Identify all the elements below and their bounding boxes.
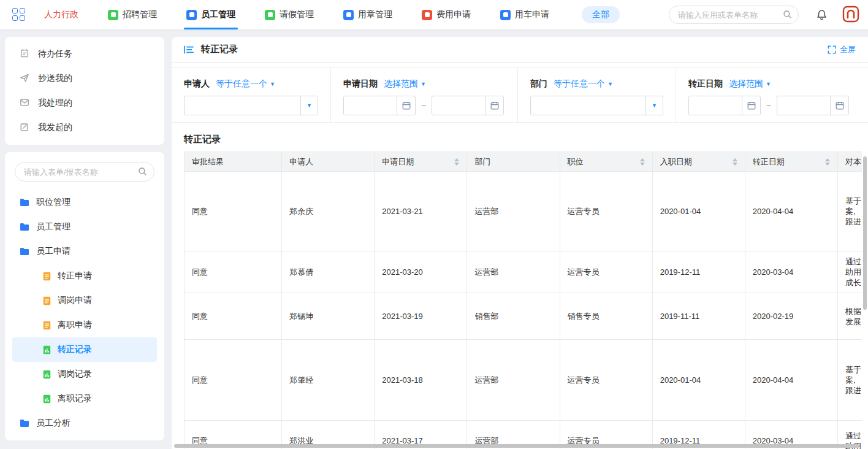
employee-app-icon <box>186 10 197 20</box>
cell-regular-date: 2020-02-19 <box>745 293 837 340</box>
cell-note: 根据 发展 <box>837 293 862 340</box>
sort-icon[interactable] <box>640 158 645 166</box>
calendar-icon[interactable] <box>485 96 503 115</box>
nav-item-hr-admin[interactable]: 人力行政 <box>44 0 78 29</box>
vehicle-app-icon <box>500 10 511 20</box>
filter-applicant: 申请人 等于任意一个 ▼ ▼ <box>172 68 331 122</box>
cell-applicant: 郑慕倩 <box>282 251 375 293</box>
filter-condition-dropdown[interactable]: 选择范围 ▼ <box>384 79 426 90</box>
table-row: 同意 郑肇经 2021-03-18 运营部 运营专员 2020-01-04 20… <box>185 340 862 421</box>
sidebar-item-cc-to-me[interactable]: 抄送我的 <box>5 66 164 91</box>
tree-item-label: 调岗申请 <box>58 295 92 306</box>
cell-apply-date: 2021-03-18 <box>375 340 467 421</box>
sidebar-item-todo-tasks[interactable]: 待办任务 <box>5 42 164 66</box>
col-regular-date[interactable]: 转正日期 <box>745 152 837 172</box>
cell-department: 销售部 <box>467 293 560 340</box>
nav-item-leave-mgmt[interactable]: 请假管理 <box>265 0 314 29</box>
sidebar-item-resignation-apply[interactable]: 离职申请 <box>12 313 157 337</box>
sidebar-item-employee-mgmt[interactable]: 员工管理 <box>12 215 157 239</box>
top-nav: 人力行政 招聘管理 员工管理 请假管理 用章管理 费用申请 用车申请 全部 <box>0 0 868 29</box>
col-apply-date[interactable]: 申请日期 <box>375 152 467 172</box>
form-icon <box>43 272 51 281</box>
col-position[interactable]: 职位 <box>560 152 652 172</box>
sort-icon[interactable] <box>454 158 459 166</box>
tree-item-label: 职位管理 <box>36 197 70 208</box>
cell-apply-date: 2021-03-19 <box>375 293 467 340</box>
calendar-icon[interactable] <box>742 96 760 115</box>
filter-condition-dropdown[interactable]: 等于任意一个 ▼ <box>216 79 275 90</box>
nav-item-employee-mgmt[interactable]: 员工管理 <box>186 0 235 29</box>
sidebar-item-transfer-records[interactable]: 调岗记录 <box>12 362 157 386</box>
edit-icon <box>20 122 29 134</box>
chevron-down-icon: ▼ <box>766 81 771 87</box>
table-row: 同意 郑余庆 2021-03-21 运营部 运营专员 2020-01-04 20… <box>185 172 862 251</box>
filter-bar: 申请人 等于任意一个 ▼ ▼ 申请日期 选择范围 ▼ <box>172 67 868 123</box>
cell-apply-date: 2021-03-21 <box>375 172 467 251</box>
cell-position: 销售专员 <box>560 293 652 340</box>
menu-collapse-icon[interactable] <box>184 45 194 54</box>
col-approval-result: 审批结果 <box>185 152 282 172</box>
search-icon[interactable] <box>783 10 792 21</box>
sort-icon[interactable] <box>733 158 737 166</box>
form-search-input[interactable] <box>15 162 154 182</box>
tree-item-label: 员工申请 <box>36 246 70 257</box>
cell-entry-date: 2020-01-04 <box>652 172 745 251</box>
sidebar-item-employee-apply[interactable]: 员工申请 <box>12 239 157 264</box>
sidebar-item-employee-analysis[interactable]: 员工分析 <box>12 411 157 436</box>
nav-item-recruitment[interactable]: 招聘管理 <box>108 0 157 29</box>
search-icon[interactable] <box>138 167 147 178</box>
sidebar-item-resignation-records[interactable]: 离职记录 <box>12 386 157 411</box>
apply-date-end-input[interactable] <box>432 96 485 115</box>
nav-item-vehicle[interactable]: 用车申请 <box>500 0 549 29</box>
nav-item-seal-mgmt[interactable]: 用章管理 <box>343 0 392 29</box>
seal-app-icon <box>343 10 354 20</box>
sidebar-item-transfer-apply[interactable]: 调岗申请 <box>12 288 157 313</box>
tree-item-label: 离职记录 <box>58 393 92 404</box>
regular-date-start-input[interactable] <box>689 96 742 115</box>
department-select[interactable]: ▼ <box>530 96 663 115</box>
fullscreen-icon <box>828 45 836 54</box>
vertical-scrollbar[interactable] <box>863 156 867 310</box>
range-separator: ~ <box>766 101 771 110</box>
sidebar-item-position-mgmt[interactable]: 职位管理 <box>12 190 157 215</box>
filter-condition-dropdown[interactable]: 选择范围 ▼ <box>729 79 771 90</box>
folder-icon <box>20 419 29 428</box>
chevron-down-icon[interactable]: ▼ <box>300 96 318 115</box>
filter-apply-date: 申请日期 选择范围 ▼ ~ <box>331 68 518 122</box>
calendar-icon[interactable] <box>830 96 848 115</box>
app-search-input[interactable] <box>669 6 799 24</box>
horizontal-scrollbar[interactable] <box>174 444 859 448</box>
cell-note: 基于 案, 跟进 <box>837 340 862 421</box>
cell-approval: 同意 <box>185 251 282 293</box>
chevron-down-icon[interactable]: ▼ <box>645 96 663 115</box>
app-launcher-icon[interactable] <box>12 8 26 21</box>
filter-condition-dropdown[interactable]: 等于任意一个 ▼ <box>554 79 613 90</box>
cell-applicant: 郑余庆 <box>282 172 375 251</box>
tree-item-label: 离职申请 <box>58 320 92 331</box>
col-department: 部门 <box>467 152 560 172</box>
col-evaluation: 对本 <box>837 152 862 172</box>
cell-applicant: 郑锡坤 <box>282 293 375 340</box>
sidebar-item-regularization-records[interactable]: 转正记录 <box>12 337 157 362</box>
brand-logo[interactable] <box>842 6 859 24</box>
sidebar-item-handled-by-me[interactable]: 我处理的 <box>5 91 164 115</box>
notifications-bell-icon[interactable] <box>816 9 828 21</box>
col-entry-date[interactable]: 入职日期 <box>652 152 745 172</box>
tasks-panel: 待办任务 抄送我的 我处理的 我发起的 <box>5 37 164 145</box>
cell-applicant: 郑肇经 <box>282 340 375 421</box>
fullscreen-button[interactable]: 全屏 <box>828 44 856 55</box>
all-apps-button[interactable]: 全部 <box>582 6 620 23</box>
calendar-icon[interactable] <box>397 96 415 115</box>
sort-icon[interactable] <box>825 158 830 166</box>
regular-date-end-input[interactable] <box>777 96 830 115</box>
tree-item-label: 员工分析 <box>36 418 70 429</box>
sidebar-item-initiated-by-me[interactable]: 我发起的 <box>5 115 164 140</box>
table-row: 同意 郑慕倩 2021-03-20 运营部 运营专员 2019-12-11 20… <box>185 251 862 293</box>
sidebar-item-regularization-apply[interactable]: 转正申请 <box>12 264 157 288</box>
applicant-select[interactable]: ▼ <box>184 96 318 115</box>
tree-item-label: 转正申请 <box>58 271 92 282</box>
apply-date-start-input[interactable] <box>344 96 397 115</box>
records-section: 转正记录 审批结果 申请人 申请日期 部门 职位 入职日期 转正日期 <box>172 134 868 449</box>
table-scroll-area[interactable]: 审批结果 申请人 申请日期 部门 职位 入职日期 转正日期 对本 同意 郑余庆 <box>184 152 862 449</box>
nav-item-expense[interactable]: 费用申请 <box>422 0 471 29</box>
